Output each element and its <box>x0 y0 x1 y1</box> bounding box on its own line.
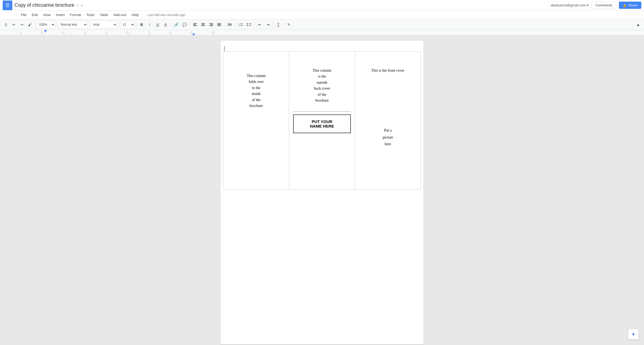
separator-5 <box>136 22 137 27</box>
menu-format[interactable]: Format <box>68 12 83 18</box>
lock-icon: 🔒 <box>623 3 627 7</box>
svg-rect-6 <box>209 23 213 24</box>
svg-text:4: 4 <box>84 31 85 33</box>
separator-3 <box>89 22 89 27</box>
print-button[interactable]: ⎙ <box>2 21 10 29</box>
app-menu-button[interactable]: ☰ <box>3 1 12 10</box>
separator-1 <box>35 22 35 27</box>
separator-12 <box>284 22 284 27</box>
text-color-button[interactable]: A <box>162 21 169 29</box>
align-right-icon <box>209 22 213 27</box>
toolbar-collapse-button[interactable]: ▲ <box>634 21 642 29</box>
col2-name-box[interactable]: PUT YOUR NAME HERE <box>293 114 351 133</box>
svg-text:9: 9 <box>191 31 192 33</box>
draw-button[interactable]: ✎ <box>285 21 293 29</box>
document-area: This column folds over to the inside of … <box>0 35 644 345</box>
svg-rect-8 <box>209 25 213 26</box>
page[interactable]: This column folds over to the inside of … <box>220 41 424 344</box>
align-justify-icon <box>217 22 221 27</box>
doc-title[interactable]: Copy of chiccarine brochure <box>14 2 74 8</box>
italic-button[interactable]: I <box>146 21 153 29</box>
align-justify-button[interactable] <box>215 21 223 29</box>
folder-icon[interactable]: ▪ <box>81 3 82 7</box>
font-select[interactable]: Arial Times New Roman Courier New Georgi… <box>91 21 117 28</box>
bullet-list-icon <box>247 22 252 27</box>
bold-button[interactable]: B <box>138 21 145 29</box>
linespacing-icon <box>227 22 232 27</box>
collapse-icon: ▲ <box>636 22 640 27</box>
paintformat-button[interactable]: 🖌 <box>26 21 34 29</box>
cursor-area <box>223 46 421 49</box>
svg-rect-7 <box>210 24 213 25</box>
menu-file[interactable]: File <box>19 12 29 18</box>
style-select[interactable]: Normal text Heading 1 Heading 2 Heading … <box>58 21 88 28</box>
svg-rect-5 <box>201 25 205 26</box>
separator-4 <box>119 22 119 27</box>
ruler: 1 2 3 4 5 6 7 8 9 10 <box>0 30 644 35</box>
svg-rect-10 <box>217 24 221 25</box>
svg-marker-16 <box>227 25 228 26</box>
last-edit-status: Last edit was seconds ago <box>148 13 185 17</box>
svg-rect-25 <box>0 30 644 35</box>
underline-button[interactable]: U <box>154 21 161 29</box>
brochure-col2[interactable]: This column is the outside back cover of… <box>289 52 355 190</box>
align-center-button[interactable] <box>199 21 207 29</box>
bullet-list-button[interactable] <box>245 21 253 29</box>
col2-divider <box>293 112 351 112</box>
col1-text: This column folds over to the inside of … <box>227 57 285 109</box>
menu-view[interactable]: View <box>41 12 53 18</box>
menu-addons[interactable]: Add-ons <box>111 12 128 18</box>
align-right-button[interactable] <box>207 21 215 29</box>
share-button[interactable]: 🔒 Share <box>619 2 641 9</box>
svg-rect-12 <box>228 24 232 24</box>
svg-rect-9 <box>217 23 221 24</box>
print-icon: ⎙ <box>5 22 7 27</box>
increase-indent-icon: ⇥ <box>266 22 270 27</box>
svg-text:6: 6 <box>127 31 128 33</box>
linespacing-button[interactable] <box>226 21 234 29</box>
menu-help[interactable]: Help <box>130 12 141 18</box>
star-icon[interactable]: ☆ <box>76 3 79 7</box>
menu-insert[interactable]: Insert <box>54 12 67 18</box>
assistant-button[interactable]: ✦ <box>628 329 639 340</box>
svg-rect-4 <box>202 24 204 25</box>
svg-rect-22 <box>249 24 251 24</box>
draw-icon: ✎ <box>287 22 290 27</box>
zoom-select[interactable]: 100% 75% 125% 150% <box>37 21 55 28</box>
hamburger-icon: ☰ <box>5 2 10 8</box>
align-center-icon <box>201 22 205 27</box>
redo-button[interactable]: ↪ <box>18 21 26 29</box>
svg-rect-11 <box>217 25 221 26</box>
separator-11 <box>273 22 273 27</box>
decrease-indent-icon: ⇤ <box>258 22 262 27</box>
numbered-list-button[interactable]: 1. 2. <box>237 21 245 29</box>
svg-rect-2 <box>193 25 197 26</box>
text-cursor <box>224 46 224 51</box>
svg-rect-1 <box>193 24 196 25</box>
svg-point-21 <box>247 23 248 24</box>
brochure-col3[interactable]: This is the front cover Put a picture he… <box>355 52 421 190</box>
link-button[interactable]: 🔗 <box>172 21 180 29</box>
comment-button[interactable]: 💬 <box>181 21 188 29</box>
paintformat-icon: 🖌 <box>28 22 32 27</box>
brochure-col1[interactable]: This column folds over to the inside of … <box>223 52 289 190</box>
col3-front-cover: This is the front cover <box>359 68 417 74</box>
menu-tools[interactable]: Tools <box>84 12 96 18</box>
underline-icon: U <box>156 22 159 27</box>
undo-button[interactable]: ↩ <box>10 21 18 29</box>
italic-icon: I <box>149 22 150 27</box>
align-left-button[interactable] <box>191 21 199 29</box>
svg-point-23 <box>247 25 248 26</box>
comments-button[interactable]: Comments <box>591 2 616 9</box>
svg-rect-0 <box>193 23 197 24</box>
doc-title-area: Copy of chiccarine brochure ☆ ▪ <box>14 2 551 8</box>
col2-top-text: This column is the outside back cover of… <box>293 57 351 109</box>
menu-table[interactable]: Table <box>98 12 110 18</box>
decrease-indent-button[interactable]: ⇤ <box>256 21 264 29</box>
svg-text:2: 2 <box>41 31 42 33</box>
separator-10 <box>255 22 255 27</box>
increase-indent-button[interactable]: ⇥ <box>264 21 272 29</box>
font-size-select[interactable]: 12 8 9 10 11 14 18 24 36 48 72 <box>120 21 135 28</box>
menu-edit[interactable]: Edit <box>30 12 40 18</box>
formula-button[interactable]: ∑ <box>275 21 282 29</box>
